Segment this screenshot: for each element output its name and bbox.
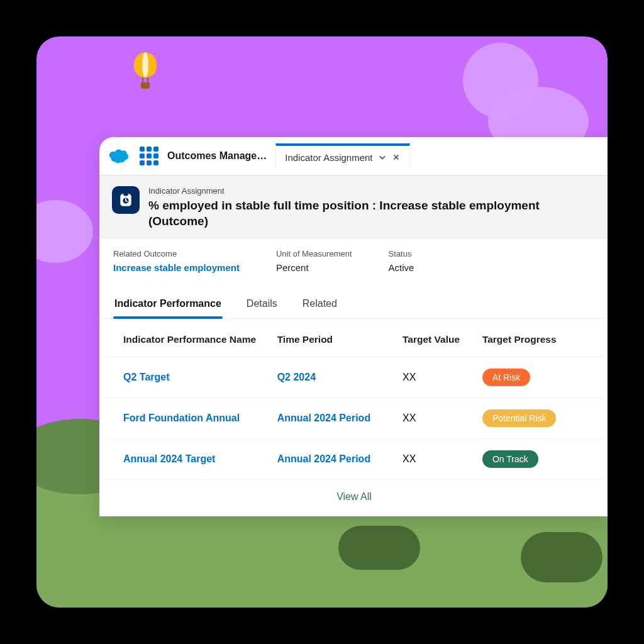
cloud-decoration [36, 200, 93, 263]
nav-tab-label: Indicator Assignment [285, 152, 372, 163]
view-all-link[interactable]: View All [104, 480, 604, 516]
highlight-label: Unit of Measurement [276, 249, 352, 258]
highlight-unit: Unit of Measurement Percent [276, 249, 352, 273]
table-header-row: Indicator Performance Name Time Period T… [104, 323, 604, 357]
svg-rect-1 [123, 193, 128, 196]
salesforce-cloud-icon [108, 148, 131, 164]
col-header-target: Target Value [402, 334, 482, 345]
status-badge: On Track [482, 450, 538, 468]
tab-details[interactable]: Details [245, 289, 279, 318]
highlight-related-outcome: Related Outcome Increase stable employme… [113, 249, 240, 273]
highlight-value: Percent [276, 262, 352, 273]
app-launcher-icon[interactable] [140, 147, 158, 165]
time-period-link[interactable]: Q2 2024 [277, 372, 402, 383]
app-name: Outcomes Manage… [167, 150, 275, 162]
highlight-value: Active [389, 262, 414, 273]
chevron-down-icon[interactable] [378, 153, 387, 162]
scene-background: Outcomes Manage… Indicator Assignment [36, 36, 608, 608]
related-outcome-link[interactable]: Increase stable employment [113, 262, 240, 273]
record-object-label: Indicator Assignment [148, 186, 596, 196]
top-bar: Outcomes Manage… Indicator Assignment [99, 137, 608, 175]
col-header-name: Indicator Performance Name [123, 334, 277, 345]
performance-name-link[interactable]: Ford Foundation Annual [123, 413, 277, 424]
target-value: XX [402, 453, 482, 465]
record-header: Indicator Assignment % employed in stabl… [99, 175, 608, 239]
time-period-link[interactable]: Annual 2024 Period [277, 453, 402, 465]
highlight-status: Status Active [389, 249, 414, 273]
record-tabs: Indicator Performance Details Related [99, 289, 608, 319]
time-period-link[interactable]: Annual 2024 Period [277, 413, 402, 424]
tab-related[interactable]: Related [301, 289, 338, 318]
performance-table: Indicator Performance Name Time Period T… [99, 319, 608, 516]
table-row: Annual 2024 Target Annual 2024 Period XX… [104, 439, 604, 480]
bush-decoration [521, 532, 602, 582]
col-header-progress: Target Progress [482, 334, 585, 345]
highlight-label: Status [389, 249, 414, 258]
balloon-decoration [134, 52, 157, 90]
performance-name-link[interactable]: Annual 2024 Target [123, 453, 277, 465]
tab-indicator-performance[interactable]: Indicator Performance [113, 289, 223, 318]
record-icon [112, 186, 140, 214]
table-row: Ford Foundation Annual Annual 2024 Perio… [104, 398, 604, 439]
bush-decoration [338, 526, 420, 570]
target-value: XX [402, 413, 482, 424]
status-badge: Potential Risk [482, 409, 557, 427]
status-badge: At Risk [482, 369, 530, 386]
highlight-label: Related Outcome [113, 249, 240, 258]
nav-tab-indicator-assignment[interactable]: Indicator Assignment [275, 143, 409, 169]
highlights-panel: Related Outcome Increase stable employme… [99, 239, 608, 286]
app-window: Outcomes Manage… Indicator Assignment [99, 137, 608, 516]
col-header-period: Time Period [277, 334, 402, 345]
target-value: XX [402, 372, 482, 383]
record-title: % employed in stable full time position … [148, 198, 596, 229]
close-icon[interactable] [392, 153, 401, 162]
performance-name-link[interactable]: Q2 Target [123, 372, 277, 383]
table-row: Q2 Target Q2 2024 XX At Risk [104, 357, 604, 398]
